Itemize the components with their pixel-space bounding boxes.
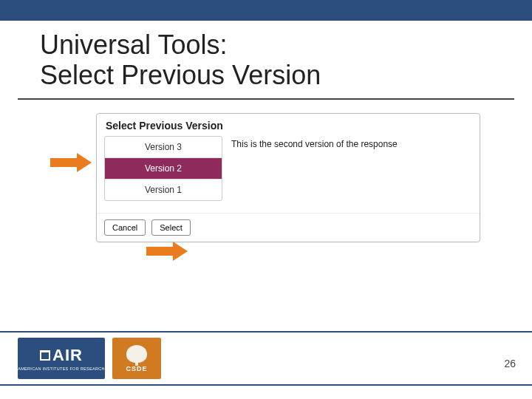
slide-title-area: Universal Tools: Select Previous Version [18,21,514,100]
version-row-1[interactable]: Version 1 [105,180,222,200]
slide-title-line1: Universal Tools: [40,30,227,60]
slide-title-line2: Select Previous Version [40,60,321,90]
air-logo-subtitle: AMERICAN INSTITUTES FOR RESEARCH [18,366,104,371]
slide-footer: AIR AMERICAN INSTITUTES FOR RESEARCH CSD… [0,331,532,386]
page-number: 26 [504,358,516,369]
dialog-body: Version 3 Version 2 Version 1 This is th… [97,136,480,208]
version-list: Version 3 Version 2 Version 1 [104,136,222,201]
callout-arrow-version [50,153,93,172]
select-previous-version-dialog: Select Previous Version Version 3 Versio… [96,113,480,242]
csde-logo-text: CSDE [126,365,147,372]
air-logo-text: AIR [40,346,83,365]
version-row-3[interactable]: Version 3 [105,137,222,158]
cancel-button[interactable]: Cancel [104,219,146,236]
tree-icon [126,345,147,363]
pillar-icon [40,350,50,361]
air-logo: AIR AMERICAN INSTITUTES FOR RESEARCH [18,338,105,379]
version-row-2[interactable]: Version 2 [105,158,222,180]
version-preview-text: This is the second version of the respon… [227,136,472,152]
slide-top-bar [0,0,532,21]
select-button[interactable]: Select [151,219,191,236]
dialog-footer: Cancel Select [97,213,480,242]
callout-arrow-select [146,242,189,261]
csde-logo: CSDE [112,338,161,379]
slide-title: Universal Tools: Select Previous Version [40,30,492,91]
dialog-title: Select Previous Version [97,114,480,136]
slide-content: Select Previous Version Version 3 Versio… [0,100,532,307]
